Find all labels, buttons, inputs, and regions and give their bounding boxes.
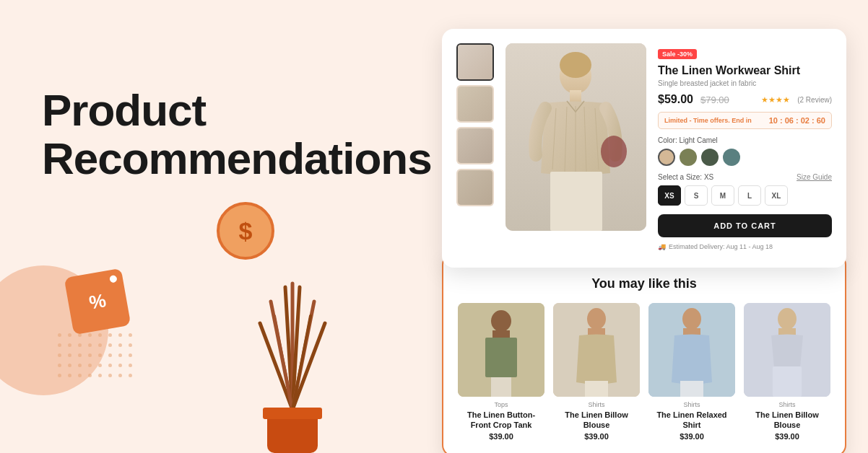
right-section: Sale -30% The Linen Workwear Shirt Singl… — [442, 29, 846, 453]
hero-title: Product Recommendations — [42, 87, 432, 183]
size-m[interactable]: M — [711, 185, 734, 206]
timer-label: Limited - Time offers. End in — [664, 117, 752, 124]
delivery-text: Estimated Delivery: Aug 11 - Aug 18 — [669, 243, 773, 250]
model-photo — [505, 43, 646, 231]
rec-item-4[interactable]: Shirts The Linen Billow Blouse $39.00 — [744, 303, 830, 441]
color-swatches — [658, 149, 832, 166]
plant-pot — [267, 413, 318, 453]
rec-name-4: The Linen Billow Blouse — [744, 410, 830, 431]
svg-point-30 — [682, 308, 701, 330]
star-rating: ★★★★ — [761, 95, 790, 105]
hero-title-line1: Product — [42, 85, 206, 135]
percent-icon: % — [87, 289, 108, 315]
model-svg — [505, 43, 646, 231]
size-buttons: XS S M L XL — [658, 185, 832, 206]
rec-category-4: Shirts — [778, 401, 795, 408]
rec-price-1: $39.00 — [489, 432, 513, 441]
delivery-info: 🚚 Estimated Delivery: Aug 11 - Aug 18 — [658, 243, 832, 250]
product-subtitle: Single breasted jacket in fabric — [658, 79, 832, 87]
rec-category-3: Shirts — [683, 401, 700, 408]
truck-icon: 🚚 — [658, 243, 666, 250]
size-row: Select a Size: XS Size Guide — [658, 173, 832, 181]
thumbnail-2[interactable] — [456, 85, 494, 123]
svg-point-11 — [560, 52, 591, 78]
dollar-coin-decoration: $ — [217, 202, 274, 260]
svg-rect-28 — [585, 381, 608, 397]
price-tag-decoration: % — [69, 273, 134, 338]
svg-point-21 — [491, 310, 511, 332]
thumbnail-3[interactable] — [456, 127, 494, 164]
product-title: The Linen Workwear Shirt — [658, 63, 832, 77]
rec-model-3-svg — [648, 303, 735, 397]
svg-rect-23 — [485, 338, 517, 377]
product-info: Sale -30% The Linen Workwear Shirt Singl… — [658, 43, 832, 253]
rec-price-4: $39.00 — [775, 432, 799, 441]
rec-name-2: The Linen Billow Blouse — [553, 410, 640, 431]
rec-item-2[interactable]: Shirts The Linen Billow Blouse $39.00 — [553, 303, 640, 441]
thumbnail-strip — [456, 43, 494, 253]
size-label: Select a Size: XS — [658, 173, 713, 181]
rec-image-1 — [458, 303, 544, 397]
swatch-light-camel[interactable] — [658, 149, 675, 166]
svg-point-26 — [587, 308, 606, 330]
recommendations-title: You may like this — [458, 276, 830, 291]
size-s[interactable]: S — [685, 185, 708, 206]
svg-rect-22 — [492, 330, 510, 338]
size-xl[interactable]: XL — [765, 185, 788, 206]
svg-rect-18 — [550, 172, 602, 231]
recommendations-card: You may like this Tops The Linen Button-… — [442, 253, 846, 453]
color-label: Color: Light Camel — [658, 136, 832, 144]
product-detail-card: Sale -30% The Linen Workwear Shirt Singl… — [442, 29, 846, 268]
rec-price-3: $39.00 — [680, 432, 704, 441]
rec-model-4-svg — [744, 303, 830, 397]
percent-tag: % — [64, 268, 131, 335]
svg-rect-36 — [773, 366, 802, 397]
svg-rect-24 — [491, 377, 511, 397]
swatch-teal[interactable] — [723, 149, 740, 166]
main-product-image — [505, 43, 646, 231]
rec-image-4 — [744, 303, 830, 397]
rec-item-1[interactable]: Tops The Linen Button-Front Crop Tank $3… — [458, 303, 544, 441]
rec-name-3: The Linen Relaxed Shirt — [648, 410, 735, 431]
svg-point-34 — [778, 308, 797, 330]
rec-image-3 — [648, 303, 735, 397]
countdown-timer: Limited - Time offers. End in 10 : 06 : … — [658, 112, 832, 129]
size-guide-link[interactable]: Size Guide — [797, 173, 832, 181]
timer-value: 10 : 06 : 02 : 60 — [769, 116, 825, 125]
rec-price-2: $39.00 — [584, 432, 609, 441]
price-original: $79.00 — [700, 94, 729, 105]
price-row: $59.00 $79.00 ★★★★ (2 Review) — [658, 93, 832, 106]
size-xs[interactable]: XS — [658, 185, 681, 206]
review-count: (2 Review) — [797, 96, 832, 104]
decorative-dots — [58, 333, 136, 381]
swatch-olive[interactable] — [680, 149, 697, 166]
price-current: $59.00 — [658, 93, 693, 106]
dollar-icon: $ — [239, 217, 253, 245]
rec-item-3[interactable]: Shirts The Linen Relaxed Shirt $39.00 — [648, 303, 735, 441]
size-l[interactable]: L — [738, 185, 761, 206]
rec-model-2-svg — [553, 303, 640, 397]
rec-image-2 — [553, 303, 640, 397]
svg-rect-32 — [680, 381, 703, 397]
plant-leaves-svg — [246, 280, 339, 417]
sale-badge: Sale -30% — [658, 49, 697, 59]
add-to-cart-button[interactable]: ADD TO CART — [658, 214, 832, 237]
rec-name-1: The Linen Button-Front Crop Tank — [458, 410, 544, 431]
hero-title-line2: Recommendations — [42, 133, 432, 183]
swatch-dark-green[interactable] — [701, 149, 719, 166]
thumbnail-4[interactable] — [456, 169, 494, 206]
rec-category-2: Shirts — [588, 401, 604, 408]
rec-model-1-svg — [458, 303, 544, 397]
svg-point-19 — [601, 136, 627, 167]
plant-decoration — [246, 280, 339, 453]
rec-category-1: Tops — [494, 401, 508, 408]
thumbnail-1[interactable] — [456, 43, 494, 81]
svg-rect-12 — [570, 90, 581, 103]
recommendations-grid: Tops The Linen Button-Front Crop Tank $3… — [458, 303, 830, 441]
